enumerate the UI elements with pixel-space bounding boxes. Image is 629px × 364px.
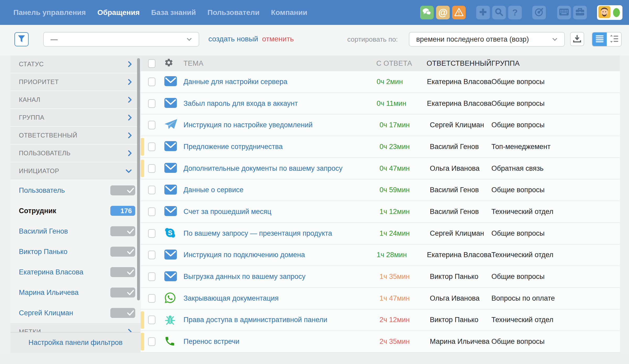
nav-item-2[interactable]: База знаний: [151, 8, 196, 17]
filter-panel-settings-link[interactable]: Настройка панели фильтров: [28, 339, 122, 347]
chat-button[interactable]: [420, 6, 434, 19]
ticket-row-4[interactable]: Дополнительные документы по вашему запро…: [141, 158, 620, 180]
sidebar-section-2[interactable]: КАНАЛ: [10, 91, 140, 109]
ticket-subject-link[interactable]: Счет за прошедший месяц: [183, 208, 271, 216]
header-subject[interactable]: ТЕМА: [183, 59, 376, 68]
ticket-row-8[interactable]: Инструкция по подключению домена1ч 28мин…: [141, 245, 620, 266]
list-view-button[interactable]: [592, 32, 607, 46]
row-checkbox[interactable]: [148, 337, 155, 346]
ticket-responsible: Василий Генов: [430, 208, 491, 216]
filter-check-toggle[interactable]: [110, 226, 135, 236]
sidebar-section-label: СТАТУС: [19, 60, 128, 68]
ticket-row-9[interactable]: Выгрузка данных по вашему запросу1ч 35ми…: [141, 266, 620, 288]
ticket-subject-link[interactable]: Закрывающая документация: [183, 294, 279, 302]
ticket-subject-link[interactable]: Забыл пароль для входа в аккаунт: [183, 100, 298, 107]
row-checkbox[interactable]: [148, 316, 155, 324]
filter-panel-button[interactable]: [14, 32, 29, 46]
cancel-filter-link[interactable]: отменить: [262, 35, 294, 43]
header-responsible[interactable]: ОТВЕТСТВЕННЫЙ: [427, 59, 491, 68]
row-checkbox[interactable]: [148, 294, 155, 303]
filter-check-toggle[interactable]: [110, 185, 135, 195]
user-menu[interactable]: [597, 5, 622, 20]
ticket-row-3[interactable]: Предложение сотрудничества0ч 23минВасили…: [141, 136, 620, 158]
sidebar-section-initiator[interactable]: ИНИЦИАТОР: [10, 162, 140, 180]
ticket-subject-link[interactable]: Инструкция по настройке уведомлений: [183, 121, 313, 129]
check-icon: [127, 249, 134, 254]
ticket-row-10[interactable]: Закрывающая документация1ч 47минОльга Ив…: [141, 288, 620, 310]
row-checkbox[interactable]: [148, 142, 155, 151]
work-tools-button[interactable]: [573, 6, 587, 19]
sidebar-section-5[interactable]: ПОЛЬЗОВАТЕЛЬ: [10, 145, 140, 162]
filter-check-toggle[interactable]: [110, 267, 135, 277]
export-download-button[interactable]: [570, 32, 584, 46]
plus-icon: [479, 8, 487, 17]
row-checkbox[interactable]: [148, 207, 155, 216]
saved-filter-select[interactable]: —: [43, 32, 199, 47]
ticket-row-0[interactable]: Данные для настройки сервера0ч 2минЕкате…: [141, 71, 620, 93]
ticket-since-time: 0ч 11мин: [377, 100, 427, 108]
ticket-subject-link[interactable]: Дополнительные документы по вашему запро…: [183, 164, 343, 172]
ticket-group: Обратная связь: [491, 164, 620, 173]
ticket-row-11[interactable]: Права доступа в административной панели2…: [141, 310, 620, 331]
help-button[interactable]: ?: [508, 6, 522, 19]
ticket-row-1[interactable]: Забыл пароль для входа в аккаунт0ч 11мин…: [141, 93, 620, 115]
ticket-subject-link[interactable]: Инструкция по подключению домена: [183, 251, 305, 259]
filter-check-toggle[interactable]: [110, 247, 135, 257]
sort-select[interactable]: времени последнего ответа (возр): [409, 32, 565, 47]
ticket-row-2[interactable]: Инструкция по настройке уведомлений0ч 17…: [141, 114, 620, 136]
row-checkbox[interactable]: [148, 186, 155, 194]
filter-check-toggle[interactable]: [110, 308, 135, 318]
ticket-subject-link[interactable]: Предложение сотрудничества: [183, 143, 283, 151]
mail-channel-icon: [164, 206, 177, 217]
sidebar-section-3[interactable]: ГРУППА: [10, 109, 140, 127]
add-button[interactable]: [476, 6, 490, 19]
chat-bubbles-icon: [422, 8, 432, 17]
row-checkbox[interactable]: [148, 164, 155, 173]
ticket-subject-link[interactable]: Данные для настройки сервера: [183, 78, 288, 86]
search-button[interactable]: [492, 6, 506, 19]
goals-button[interactable]: [532, 6, 546, 19]
sidebar-section-1[interactable]: ПРИОРИТЕТ: [10, 73, 140, 91]
chevron-right-icon: [128, 133, 132, 138]
ticket-row-12[interactable]: Перенос встречи2ч 35минМарина ИльичеваОб…: [141, 331, 620, 353]
ticket-subject-link[interactable]: По вашему запросу — презентация продукта: [183, 229, 332, 237]
sidebar-section-0[interactable]: СТАТУС: [10, 56, 140, 73]
alerts-button[interactable]: [452, 6, 466, 19]
ticket-subject-link[interactable]: Перенос встречи: [183, 338, 240, 345]
create-new-filter-link[interactable]: создать новый: [208, 35, 258, 43]
row-checkbox[interactable]: [148, 251, 155, 259]
ticket-subject-link[interactable]: Данные о сервисе: [183, 186, 243, 194]
ticket-row-6[interactable]: Счет за прошедший месяц1ч 12минВасилий Г…: [141, 201, 620, 223]
filter-check-toggle[interactable]: [110, 288, 135, 297]
ticket-row-7[interactable]: SПо вашему запросу — презентация продукт…: [141, 223, 620, 245]
row-height-view-button[interactable]: [607, 32, 621, 46]
columns-settings-gear-icon[interactable]: [164, 58, 173, 69]
ticket-subject-link[interactable]: Выгрузка данных по вашему запросу: [183, 273, 306, 280]
header-since[interactable]: С ОТВЕТА: [376, 59, 427, 68]
mentions-button[interactable]: @: [436, 6, 450, 19]
ticket-group: Общие вопросы: [491, 186, 620, 194]
initiator-item-2: Василий Генов: [10, 221, 140, 241]
sidebar-section-4[interactable]: ОТВЕТСТВЕННЫЙ: [10, 127, 140, 145]
nav-item-1[interactable]: Обращения: [97, 8, 139, 17]
row-checkbox[interactable]: [148, 272, 155, 281]
at-icon: @: [438, 7, 447, 18]
nav-item-4[interactable]: Компании: [271, 8, 307, 17]
sidebar-scrollbar[interactable]: [137, 58, 140, 300]
row-checkbox[interactable]: [148, 121, 155, 129]
select-all-checkbox[interactable]: [148, 59, 155, 68]
nav-item-3[interactable]: Пользователи: [208, 8, 260, 17]
ticket-responsible: Ольга Иванова: [430, 294, 491, 302]
header-group[interactable]: ГРУППА: [491, 59, 620, 68]
ticket-since-time: 2ч 35мин: [379, 338, 430, 346]
mail-channel-icon: [164, 184, 177, 196]
nav-item-0[interactable]: Панель управления: [13, 8, 86, 17]
ticket-row-5[interactable]: Данные о сервисе0ч 59минВасилий ГеновОбщ…: [141, 179, 620, 201]
ticket-responsible: Василий Генов: [430, 186, 491, 194]
ticket-subject-link[interactable]: Права доступа в административной панели: [183, 316, 327, 324]
row-checkbox[interactable]: [148, 78, 155, 86]
keyboard-button[interactable]: [557, 6, 571, 19]
target-icon: [534, 7, 544, 18]
row-checkbox[interactable]: [148, 99, 155, 108]
row-checkbox[interactable]: [148, 229, 155, 238]
